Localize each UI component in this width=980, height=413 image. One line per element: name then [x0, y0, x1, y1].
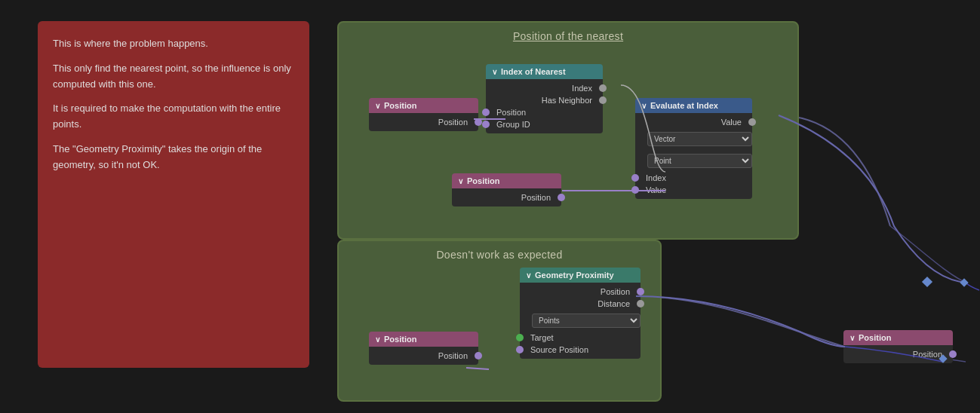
position-node-1-label: Position	[384, 101, 416, 110]
position-node-2-out-row: Position	[452, 191, 561, 203]
position-node-4-header: ∨ Position	[843, 330, 953, 345]
geo-prox-distance-out-row: Distance	[520, 298, 641, 310]
position-node-1-row: Position	[369, 116, 478, 128]
source-position-in-row: Source Position	[520, 344, 641, 356]
has-neighbor-socket	[599, 96, 607, 104]
evaluate-at-index-header: ∨ Evaluate at Index	[635, 98, 752, 113]
position-node-2-label: Position	[467, 176, 499, 185]
position-node-1-out-socket	[475, 118, 482, 126]
evaluate-at-index-label: Evaluate at Index	[650, 101, 718, 110]
point-dropdown[interactable]: Point	[647, 154, 752, 168]
target-label: Target	[530, 333, 554, 342]
target-socket	[516, 334, 524, 341]
points-dropdown-container: Points	[520, 310, 641, 332]
svg-rect-5	[960, 278, 968, 286]
position-node-4-body: Position	[843, 345, 953, 363]
index-out-socket	[599, 84, 607, 92]
eval-value-socket	[748, 118, 756, 126]
target-in-row: Target	[520, 332, 641, 344]
position-node-3-label: Position	[384, 335, 416, 344]
eval-value-in-row: Value	[635, 184, 752, 196]
left-panel-text-4: The "Geometry Proximity" takes the origi…	[53, 142, 294, 173]
index-of-nearest-node: ∨ Index of Nearest Index Has Neighbor Po…	[486, 64, 603, 133]
geo-prox-position-socket	[637, 288, 644, 295]
position-node-3-out-label: Position	[438, 351, 468, 360]
source-position-label: Source Position	[530, 345, 588, 354]
eval-value-in-socket	[630, 185, 641, 195]
position-node-4-label: Position	[859, 333, 891, 342]
position-node-3-body: Position	[369, 347, 478, 365]
svg-rect-2	[922, 277, 932, 287]
position-node-2-socket	[558, 194, 565, 201]
position-node-3: ∨ Position Position	[369, 332, 478, 365]
position-node-1: ∨ Position Position	[369, 98, 478, 131]
eval-value-label: Value	[721, 118, 742, 127]
left-panel: This is where the problem happens. This …	[38, 21, 309, 368]
left-panel-text-2: This only find the nearest point, so the…	[53, 61, 294, 93]
geo-prox-distance-label: Distance	[598, 299, 630, 308]
geo-prox-distance-socket	[637, 300, 644, 307]
position-node-3-socket	[475, 352, 482, 359]
position-node-4-out-row: Position	[843, 348, 953, 360]
source-position-socket	[515, 344, 525, 355]
chevron-icon-7: ∨	[849, 334, 855, 342]
chevron-icon-5: ∨	[526, 271, 531, 280]
index-of-nearest-label: Index of Nearest	[501, 67, 566, 76]
frame-position-of-nearest: Position of the nearest ∨ Position Posit…	[337, 21, 799, 240]
position-in-label: Position	[496, 108, 526, 117]
index-out-label: Index	[572, 84, 592, 93]
group-id-label: Group ID	[496, 120, 530, 129]
position-node-3-header: ∨ Position	[369, 332, 478, 347]
position-node-2-out-label: Position	[521, 193, 551, 202]
eval-index-in-row: Index	[635, 172, 752, 184]
position-node-4: ∨ Position Position	[843, 330, 953, 363]
position-node-1-header: ∨ Position	[369, 98, 478, 113]
position-in-row: Position	[486, 106, 603, 118]
chevron-icon-3: ∨	[641, 102, 647, 110]
position-node-2-body: Position	[452, 188, 561, 206]
point-dropdown-container: Point	[635, 150, 752, 172]
position-node-4-out-label: Position	[913, 350, 942, 359]
group-id-in-row: Group ID	[486, 118, 603, 130]
eval-index-socket	[630, 173, 641, 183]
geo-prox-position-label: Position	[601, 287, 630, 296]
chevron-icon: ∨	[375, 102, 380, 110]
geo-prox-position-out-row: Position	[520, 286, 641, 298]
frame-doesnt-work: Doesn't work as expected ∨ Geometry Prox…	[337, 240, 662, 402]
has-neighbor-label: Has Neighbor	[542, 96, 592, 105]
position-node-3-out-row: Position	[369, 350, 478, 362]
eval-value-in-label: Value	[646, 185, 666, 194]
vector-dropdown[interactable]: Vector	[647, 132, 752, 146]
index-of-nearest-header: ∨ Index of Nearest	[486, 64, 603, 79]
vector-dropdown-container: Vector	[635, 128, 752, 150]
geometry-proximity-label: Geometry Proximity	[535, 271, 614, 280]
position-node-4-socket	[949, 350, 957, 358]
group-id-socket	[481, 119, 491, 130]
position-node-2-header: ∨ Position	[452, 173, 561, 188]
left-panel-text-3: It is required to make the computation w…	[53, 101, 294, 133]
chevron-icon-2: ∨	[492, 68, 497, 76]
index-of-nearest-body: Index Has Neighbor Position Group ID	[486, 79, 603, 133]
geometry-proximity-node: ∨ Geometry Proximity Position Distance P…	[520, 268, 641, 359]
points-dropdown[interactable]: Points	[532, 314, 641, 328]
index-out-row: Index	[486, 82, 603, 94]
chevron-icon-4: ∨	[458, 177, 463, 185]
left-panel-text-1: This is where the problem happens.	[53, 36, 294, 52]
position-node-1-body: Position	[369, 113, 478, 131]
position-in-socket	[482, 109, 490, 116]
eval-index-label: Index	[646, 173, 666, 182]
eval-value-out-row: Value	[635, 116, 752, 128]
evaluate-at-index-node: ∨ Evaluate at Index Value Vector Point	[635, 98, 752, 199]
frame2-title: Doesn't work as expected	[339, 241, 660, 265]
position-node-2: ∨ Position Position	[452, 173, 561, 206]
geometry-proximity-body: Position Distance Points Target	[520, 283, 641, 359]
geometry-proximity-header: ∨ Geometry Proximity	[520, 268, 641, 283]
frame1-title: Position of the nearest	[339, 23, 797, 47]
has-neighbor-out-row: Has Neighbor	[486, 94, 603, 106]
chevron-icon-6: ∨	[375, 335, 380, 344]
evaluate-at-index-body: Value Vector Point Index	[635, 113, 752, 199]
position-node-1-out-label: Position	[438, 118, 468, 127]
